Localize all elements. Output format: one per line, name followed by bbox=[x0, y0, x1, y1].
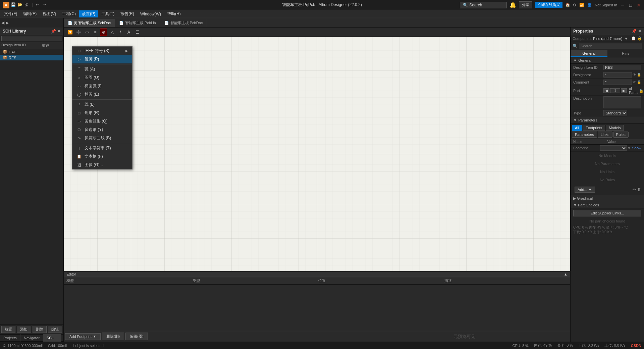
general-section-header[interactable]: ▼ General bbox=[571, 57, 644, 64]
menu-tools[interactable]: 工具(T) bbox=[99, 10, 117, 17]
designator-lock-icon[interactable]: 🔒 bbox=[637, 72, 641, 77]
param-tab-footprints[interactable]: Footprints bbox=[583, 125, 605, 131]
description-value[interactable] bbox=[603, 96, 641, 108]
maximize-button[interactable]: □ bbox=[628, 2, 633, 8]
user-icon[interactable]: 👤 bbox=[587, 3, 592, 7]
show-link[interactable]: Show bbox=[632, 146, 641, 150]
edit-supplier-button[interactable]: Edit Supplier Links... bbox=[573, 210, 641, 216]
lock-icon[interactable]: 🔒 bbox=[637, 36, 642, 41]
drop-item-pin[interactable]: ▷ 管脚 (P) bbox=[72, 55, 132, 63]
right-panel-close-icon[interactable]: ✕ bbox=[638, 29, 641, 34]
right-panel-pin-icon[interactable]: 📌 bbox=[632, 29, 637, 34]
wifi-icon[interactable]: 📶 bbox=[579, 3, 584, 7]
delete-item-button[interactable]: 删除(删) bbox=[102, 333, 124, 340]
comment-value[interactable] bbox=[603, 80, 632, 85]
home-icon[interactable]: 🏠 bbox=[565, 3, 570, 7]
add-cross-icon[interactable]: ➕ bbox=[75, 29, 82, 36]
design-item-id-input[interactable] bbox=[605, 65, 640, 69]
more-icon[interactable]: ☰ bbox=[133, 29, 141, 36]
param-tab-links[interactable]: Links bbox=[598, 132, 612, 138]
drop-item-bezier[interactable]: ∿ 贝赛尔曲线 (B) bbox=[72, 134, 132, 142]
prop-search-input[interactable] bbox=[579, 43, 642, 49]
comment-input[interactable] bbox=[605, 80, 630, 84]
lib-search-input[interactable] bbox=[1, 36, 62, 41]
drop-item-ieee[interactable]: □ IEEE 符号 (S) ▶ bbox=[72, 47, 132, 55]
part-dec-btn[interactable]: ◀ bbox=[603, 88, 609, 93]
part-lock-icon[interactable]: 🔒 bbox=[639, 89, 644, 93]
share-button[interactable]: 分享 bbox=[519, 1, 532, 8]
online-button[interactable]: 立即在线购买 bbox=[535, 2, 562, 8]
graphical-section-header[interactable]: ▶ Graphical bbox=[571, 195, 644, 202]
filter-icon-right[interactable]: ▼ bbox=[624, 37, 628, 41]
tab-schdoc[interactable]: 📄 (I) 智能车主板.SchDoc bbox=[64, 19, 115, 27]
copy-icon[interactable]: 📋 bbox=[631, 36, 636, 41]
menu-place[interactable]: 放置(P) bbox=[79, 10, 98, 17]
close-button[interactable]: ✕ bbox=[636, 2, 641, 8]
delete-button[interactable]: 删除 bbox=[33, 326, 47, 333]
toolbar-icon-1[interactable]: 💾 bbox=[11, 2, 16, 8]
design-item-id-value[interactable] bbox=[603, 65, 641, 70]
tab-pcbdoc[interactable]: 📄 智能车主板.PcbDoc bbox=[160, 19, 207, 27]
designator-eye-icon[interactable]: 👁 bbox=[632, 72, 637, 77]
add-footprint-button[interactable]: Add Footprint ▼ bbox=[65, 333, 101, 340]
drop-item-line[interactable]: / 线 (L) bbox=[72, 100, 132, 109]
part-value-input[interactable] bbox=[610, 88, 620, 93]
line-icon[interactable]: / bbox=[117, 29, 124, 36]
description-input[interactable] bbox=[605, 100, 640, 104]
rect-icon[interactable]: ▭ bbox=[83, 29, 91, 36]
drop-item-arc[interactable]: ⌒ 弧 (A) bbox=[72, 65, 132, 73]
search-box-title[interactable]: 🔍 Search bbox=[460, 2, 507, 8]
drop-item-image[interactable]: 🖼 图像 (G)... bbox=[72, 161, 132, 169]
drop-item-ellipse[interactable]: ◯ 椭圆 (E) bbox=[72, 90, 132, 99]
editor-collapse-icon[interactable]: ▲ bbox=[564, 272, 568, 276]
lib-item-res[interactable]: 📦 RES bbox=[0, 55, 63, 60]
menu-help[interactable]: 帮助(H) bbox=[164, 10, 183, 17]
menu-report[interactable]: 报告(R) bbox=[118, 10, 137, 17]
param-tab-models[interactable]: Models bbox=[606, 125, 624, 131]
toolbar-icon-3[interactable]: 🖨 bbox=[24, 2, 30, 8]
menu-window[interactable]: Window(W) bbox=[138, 11, 164, 17]
minimize-button[interactable]: ─ bbox=[620, 2, 625, 8]
footprint-select[interactable] bbox=[600, 145, 627, 151]
btab-schlibrary[interactable]: SCH Library bbox=[43, 334, 62, 342]
edit-button[interactable]: 编辑 bbox=[48, 326, 62, 333]
designator-input[interactable] bbox=[605, 73, 630, 77]
drop-item-textbox[interactable]: 📋 文本框 (F) bbox=[72, 152, 132, 161]
footprint-expand-icon[interactable]: ▼ bbox=[628, 146, 631, 150]
param-tab-rules[interactable]: Rules bbox=[613, 132, 629, 138]
menu-edit[interactable]: 编辑(E) bbox=[20, 10, 39, 17]
drop-item-circle[interactable]: ○ 圆圈 (U) bbox=[72, 73, 132, 82]
right-arrow-icon[interactable]: ▶ bbox=[6, 20, 9, 25]
place-button[interactable]: 放置 bbox=[1, 326, 15, 333]
align-icon[interactable]: ≡ bbox=[92, 29, 99, 36]
text-icon[interactable]: A bbox=[125, 29, 132, 36]
drop-item-text[interactable]: T 文本字符串 (T) bbox=[72, 144, 132, 152]
active-tool-icon[interactable]: ⊕ bbox=[100, 29, 107, 36]
drop-item-rect[interactable]: □ 矩形 (R) bbox=[72, 109, 132, 117]
menu-view[interactable]: 视图(V) bbox=[40, 10, 59, 17]
left-panel-pin-icon[interactable]: 📌 bbox=[51, 29, 56, 34]
comment-lock-icon[interactable]: 🔒 bbox=[637, 80, 641, 85]
add-footprint-arrow[interactable]: ▼ bbox=[93, 335, 96, 338]
drop-item-roundrect[interactable]: ▭ 圆角矩形 (Q) bbox=[72, 117, 132, 126]
btab-navigator[interactable]: Navigator bbox=[20, 334, 43, 342]
add-param-button[interactable]: Add... ▼ bbox=[575, 187, 595, 193]
notifications-icon[interactable]: 🔔 bbox=[509, 2, 516, 8]
add-button[interactable]: 添加 bbox=[17, 326, 31, 333]
drop-item-ellarc[interactable]: ⌓ 椭圆弧 (I) bbox=[72, 82, 132, 90]
param-tab-all[interactable]: All bbox=[572, 125, 582, 131]
menu-project[interactable]: 工程(C) bbox=[59, 10, 78, 17]
drop-item-poly[interactable]: ⬡ 多边形 (Y) bbox=[72, 126, 132, 134]
redo-icon[interactable]: ↪ bbox=[43, 2, 48, 8]
triangle-icon[interactable]: △ bbox=[108, 29, 116, 36]
lib-item-cap[interactable]: 📦 CAP bbox=[0, 49, 63, 55]
prop-tab-pins[interactable]: Pins bbox=[607, 50, 644, 57]
left-arrow-icon[interactable]: ◀ bbox=[1, 20, 4, 25]
left-panel-close-icon[interactable]: ✕ bbox=[57, 29, 61, 34]
designator-value[interactable] bbox=[603, 72, 632, 78]
gear-icon[interactable]: ⚙ bbox=[573, 3, 577, 7]
undo-icon[interactable]: ↩ bbox=[36, 2, 41, 8]
add-arrow[interactable]: ▼ bbox=[588, 188, 592, 192]
toolbar-icon-2[interactable]: 📂 bbox=[17, 2, 23, 8]
type-select[interactable]: Standard bbox=[603, 110, 627, 116]
